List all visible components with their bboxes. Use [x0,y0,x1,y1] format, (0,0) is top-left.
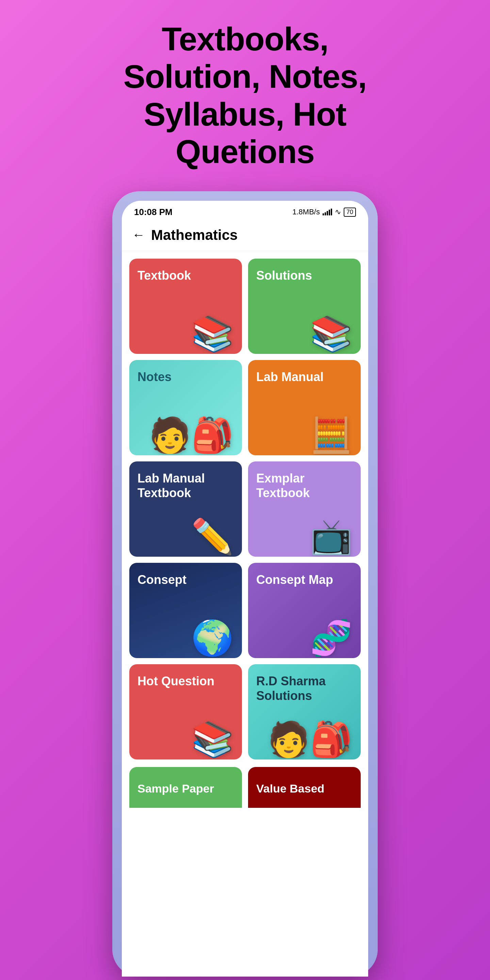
wifi-icon: ∿ [335,208,341,216]
card-consept-map[interactable]: Consept Map 🧬 [248,563,361,658]
card-exmplar-label: Exmplar Textbook [256,471,353,500]
page-title: Mathematics [151,227,237,243]
consept-icon: 🌍 [137,620,234,655]
card-consept-label: Consept [137,572,234,587]
status-time: 10:08 PM [134,207,172,218]
page-headline: Textbooks, Solution, Notes, Syllabus, Ho… [99,21,391,171]
card-textbook-label: Textbook [137,268,234,283]
card-consept[interactable]: Consept 🌍 [129,563,242,658]
card-sample-paper[interactable]: Sample Paper [129,767,242,808]
status-bar: 10:08 PM 1.8MB/s ∿ 70 [122,201,368,221]
card-sample-paper-label: Sample Paper [137,782,214,795]
back-button[interactable]: ← [132,228,145,242]
lab-manual-icon: 🧮 [256,418,353,452]
exmplar-icon: 📺 [256,519,353,553]
card-solutions-label: Solutions [256,268,353,283]
card-lab-manual-textbook-label: Lab Manual Textbook [137,471,234,500]
rd-sharma-icon: 🧑‍🎒 [256,722,353,756]
notes-icon: 🧑‍🎒 [137,418,234,452]
status-icons: 1.8MB/s ∿ 70 [292,208,356,217]
card-hot-question-label: Hot Question [137,674,234,688]
card-value-based[interactable]: Value Based [248,767,361,808]
card-exmplar-textbook[interactable]: Exmplar Textbook 📺 [248,461,361,557]
phone-screen: 10:08 PM 1.8MB/s ∿ 70 ← Mathematics [122,201,368,977]
card-notes[interactable]: Notes 🧑‍🎒 [129,360,242,455]
card-value-based-label: Value Based [256,782,324,795]
bottom-cards: Sample Paper Value Based [122,767,368,808]
card-lab-manual-label: Lab Manual [256,369,353,384]
consept-map-icon: 🧬 [256,620,353,655]
card-lab-manual[interactable]: Lab Manual 🧮 [248,360,361,455]
textbook-icon: 📚 [137,317,234,350]
signal-icon [323,208,332,215]
cards-grid: Textbook 📚 Solutions 📚 Notes 🧑‍🎒 Lab Man… [122,251,368,767]
hot-question-icon: 📚 [137,722,234,756]
phone-mockup: 10:08 PM 1.8MB/s ∿ 70 ← Mathematics [112,191,378,977]
lab-manual-textbook-icon: ✏️ [137,519,234,553]
solutions-icon: 📚 [256,317,353,350]
card-lab-manual-textbook[interactable]: Lab Manual Textbook ✏️ [129,461,242,557]
card-hot-question[interactable]: Hot Question 📚 [129,664,242,759]
speed-indicator: 1.8MB/s [292,208,320,216]
card-rd-sharma-label: R.D Sharma Solutions [256,674,353,703]
card-rd-sharma[interactable]: R.D Sharma Solutions 🧑‍🎒 [248,664,361,759]
card-consept-map-label: Consept Map [256,572,353,587]
nav-bar: ← Mathematics [122,221,368,251]
card-textbook[interactable]: Textbook 📚 [129,259,242,354]
battery-icon: 70 [344,208,356,217]
card-notes-label: Notes [137,369,234,384]
card-solutions[interactable]: Solutions 📚 [248,259,361,354]
